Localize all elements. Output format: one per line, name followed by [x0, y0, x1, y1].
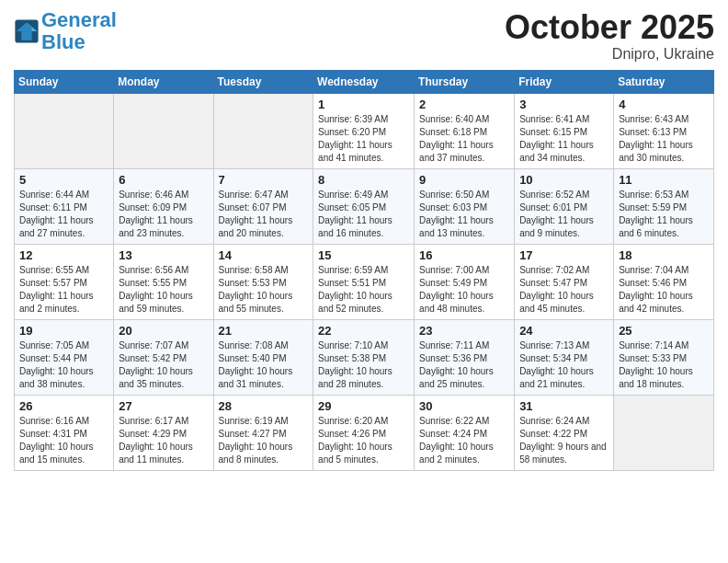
day-info: Sunrise: 6:47 AM Sunset: 6:07 PM Dayligh… — [219, 189, 309, 240]
calendar-cell: 5Sunrise: 6:44 AM Sunset: 6:11 PM Daylig… — [15, 168, 114, 244]
day-number: 25 — [619, 324, 709, 338]
day-number: 1 — [318, 98, 409, 111]
day-info: Sunrise: 6:17 AM Sunset: 4:29 PM Dayligh… — [119, 415, 208, 466]
calendar-cell: 11Sunrise: 6:53 AM Sunset: 5:59 PM Dayli… — [614, 168, 714, 244]
day-number: 15 — [318, 248, 409, 262]
calendar-cell: 17Sunrise: 7:02 AM Sunset: 5:47 PM Dayli… — [515, 244, 614, 319]
calendar-cell: 4Sunrise: 6:43 AM Sunset: 6:13 PM Daylig… — [614, 93, 714, 168]
day-info: Sunrise: 6:43 AM Sunset: 6:13 PM Dayligh… — [619, 113, 709, 165]
day-info: Sunrise: 6:49 AM Sunset: 6:05 PM Dayligh… — [318, 189, 409, 240]
weekday-header-cell: Wednesday — [313, 70, 415, 93]
page-container: GeneralBlue October 2025 Dnipro, Ukraine… — [0, 0, 728, 480]
calendar-cell: 29Sunrise: 6:20 AM Sunset: 4:26 PM Dayli… — [313, 395, 415, 470]
weekday-header-row: SundayMondayTuesdayWednesdayThursdayFrid… — [15, 70, 714, 93]
calendar-cell: 28Sunrise: 6:19 AM Sunset: 4:27 PM Dayli… — [213, 395, 313, 470]
location-subtitle: Dnipro, Ukraine — [505, 46, 714, 63]
calendar-cell: 14Sunrise: 6:58 AM Sunset: 5:53 PM Dayli… — [213, 244, 313, 319]
day-number: 17 — [519, 248, 609, 262]
day-info: Sunrise: 7:14 AM Sunset: 5:33 PM Dayligh… — [619, 339, 709, 391]
day-number: 19 — [19, 324, 108, 338]
day-number: 21 — [219, 324, 309, 338]
calendar-cell: 15Sunrise: 6:59 AM Sunset: 5:51 PM Dayli… — [313, 244, 415, 319]
day-info: Sunrise: 7:11 AM Sunset: 5:36 PM Dayligh… — [419, 339, 509, 391]
day-number: 18 — [619, 248, 709, 262]
day-info: Sunrise: 6:53 AM Sunset: 5:59 PM Dayligh… — [619, 189, 709, 240]
logo-icon — [14, 18, 40, 44]
calendar-cell: 8Sunrise: 6:49 AM Sunset: 6:05 PM Daylig… — [313, 168, 415, 244]
calendar-table: SundayMondayTuesdayWednesdayThursdayFrid… — [14, 70, 714, 471]
day-info: Sunrise: 7:08 AM Sunset: 5:40 PM Dayligh… — [219, 339, 309, 391]
weekday-header-cell: Tuesday — [213, 70, 313, 93]
day-number: 3 — [519, 98, 609, 111]
day-info: Sunrise: 7:02 AM Sunset: 5:47 PM Dayligh… — [519, 264, 609, 316]
day-number: 20 — [119, 324, 208, 338]
calendar-cell: 30Sunrise: 6:22 AM Sunset: 4:24 PM Dayli… — [415, 395, 515, 470]
day-number: 12 — [19, 248, 108, 262]
day-number: 24 — [519, 324, 609, 338]
day-info: Sunrise: 7:07 AM Sunset: 5:42 PM Dayligh… — [119, 339, 208, 391]
day-number: 5 — [19, 173, 108, 187]
day-info: Sunrise: 6:44 AM Sunset: 6:11 PM Dayligh… — [19, 189, 108, 240]
day-info: Sunrise: 6:22 AM Sunset: 4:24 PM Dayligh… — [419, 415, 509, 466]
day-number: 11 — [619, 173, 709, 187]
day-info: Sunrise: 6:52 AM Sunset: 6:01 PM Dayligh… — [519, 189, 609, 240]
day-number: 16 — [419, 248, 509, 262]
day-number: 30 — [419, 399, 509, 413]
calendar-cell: 9Sunrise: 6:50 AM Sunset: 6:03 PM Daylig… — [415, 168, 515, 244]
day-info: Sunrise: 6:16 AM Sunset: 4:31 PM Dayligh… — [19, 415, 108, 466]
day-number: 4 — [619, 98, 709, 111]
weekday-header-cell: Sunday — [15, 70, 114, 93]
weekday-header-cell: Thursday — [415, 70, 515, 93]
calendar-cell: 24Sunrise: 7:13 AM Sunset: 5:34 PM Dayli… — [515, 319, 614, 395]
calendar-week-row: 1Sunrise: 6:39 AM Sunset: 6:20 PM Daylig… — [15, 93, 714, 168]
calendar-week-row: 19Sunrise: 7:05 AM Sunset: 5:44 PM Dayli… — [15, 319, 714, 395]
calendar-cell: 19Sunrise: 7:05 AM Sunset: 5:44 PM Dayli… — [15, 319, 114, 395]
calendar-cell — [213, 93, 313, 168]
calendar-cell: 3Sunrise: 6:41 AM Sunset: 6:15 PM Daylig… — [515, 93, 614, 168]
calendar-cell: 10Sunrise: 6:52 AM Sunset: 6:01 PM Dayli… — [515, 168, 614, 244]
day-number: 14 — [219, 248, 309, 262]
calendar-week-row: 12Sunrise: 6:55 AM Sunset: 5:57 PM Dayli… — [15, 244, 714, 319]
weekday-header-cell: Friday — [515, 70, 614, 93]
day-info: Sunrise: 6:50 AM Sunset: 6:03 PM Dayligh… — [419, 189, 509, 240]
logo-text: GeneralBlue — [41, 9, 117, 53]
day-number: 10 — [519, 173, 609, 187]
day-number: 23 — [419, 324, 509, 338]
calendar-cell: 20Sunrise: 7:07 AM Sunset: 5:42 PM Dayli… — [114, 319, 213, 395]
calendar-cell — [15, 93, 114, 168]
calendar-body: 1Sunrise: 6:39 AM Sunset: 6:20 PM Daylig… — [15, 93, 714, 470]
calendar-cell: 25Sunrise: 7:14 AM Sunset: 5:33 PM Dayli… — [614, 319, 714, 395]
day-number: 7 — [219, 173, 309, 187]
calendar-cell: 22Sunrise: 7:10 AM Sunset: 5:38 PM Dayli… — [313, 319, 415, 395]
day-number: 22 — [318, 324, 409, 338]
calendar-cell: 21Sunrise: 7:08 AM Sunset: 5:40 PM Dayli… — [213, 319, 313, 395]
day-number: 2 — [419, 98, 509, 111]
day-info: Sunrise: 6:40 AM Sunset: 6:18 PM Dayligh… — [419, 113, 509, 165]
calendar-cell — [614, 395, 714, 470]
day-number: 29 — [318, 399, 409, 413]
day-number: 6 — [119, 173, 208, 187]
day-number: 9 — [419, 173, 509, 187]
weekday-header-cell: Monday — [114, 70, 213, 93]
calendar-cell: 13Sunrise: 6:56 AM Sunset: 5:55 PM Dayli… — [114, 244, 213, 319]
calendar-cell: 6Sunrise: 6:46 AM Sunset: 6:09 PM Daylig… — [114, 168, 213, 244]
calendar-cell: 16Sunrise: 7:00 AM Sunset: 5:49 PM Dayli… — [415, 244, 515, 319]
day-number: 13 — [119, 248, 208, 262]
day-info: Sunrise: 6:55 AM Sunset: 5:57 PM Dayligh… — [19, 264, 108, 316]
calendar-week-row: 5Sunrise: 6:44 AM Sunset: 6:11 PM Daylig… — [15, 168, 714, 244]
day-info: Sunrise: 6:46 AM Sunset: 6:09 PM Dayligh… — [119, 189, 208, 240]
calendar-cell — [114, 93, 213, 168]
calendar-cell: 23Sunrise: 7:11 AM Sunset: 5:36 PM Dayli… — [415, 319, 515, 395]
day-info: Sunrise: 6:19 AM Sunset: 4:27 PM Dayligh… — [219, 415, 309, 466]
calendar-cell: 27Sunrise: 6:17 AM Sunset: 4:29 PM Dayli… — [114, 395, 213, 470]
day-number: 27 — [119, 399, 208, 413]
day-info: Sunrise: 7:04 AM Sunset: 5:46 PM Dayligh… — [619, 264, 709, 316]
calendar-cell: 31Sunrise: 6:24 AM Sunset: 4:22 PM Dayli… — [515, 395, 614, 470]
calendar-cell: 7Sunrise: 6:47 AM Sunset: 6:07 PM Daylig… — [213, 168, 313, 244]
logo: GeneralBlue — [14, 9, 117, 53]
day-number: 26 — [19, 399, 108, 413]
day-number: 31 — [519, 399, 609, 413]
page-header: GeneralBlue October 2025 Dnipro, Ukraine — [14, 9, 714, 63]
day-info: Sunrise: 6:56 AM Sunset: 5:55 PM Dayligh… — [119, 264, 208, 316]
day-info: Sunrise: 6:39 AM Sunset: 6:20 PM Dayligh… — [318, 113, 409, 165]
